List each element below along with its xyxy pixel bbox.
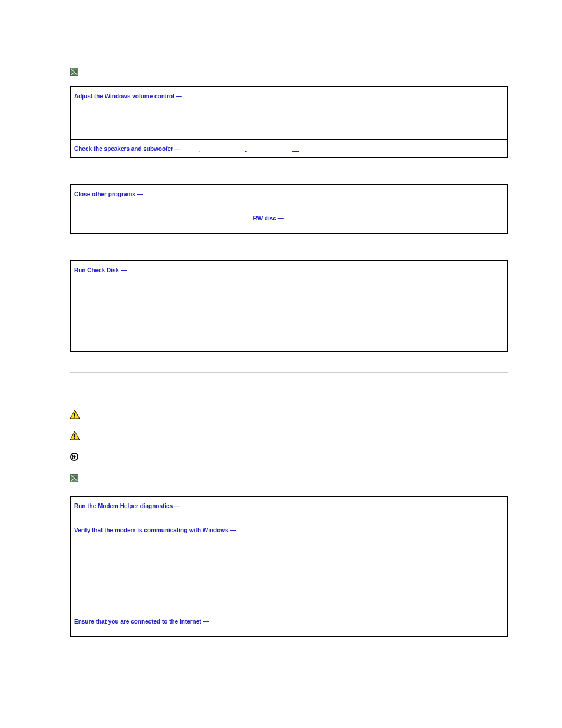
label-close-programs: Close other programs — [74,191,143,197]
row-modem-helper: Run the Modem Helper diagnostics — Click… [70,496,508,521]
info-standby-after: for information on power conservation mo… [204,222,324,228]
list-item: 3. Click Phone and Modem Options. [78,556,504,565]
label-connected-internet: Ensure that you are connected to the Int… [74,618,209,625]
list-item: 7. Click Start. [78,336,504,345]
svg-rect-4 [74,417,75,418]
panel-cddvd: Adjust the Windows volume control — Clic… [70,86,508,158]
list-item: 3. Click Properties. [78,296,504,305]
info-volume-control: Click the speaker icon in the lower-righ… [74,103,504,112]
link-prefix-text: See [182,146,197,152]
panel-cd-dvd-rw: Close other programs — The CD/DVD-RW dri… [70,184,508,234]
label-standby-suffix: RW disc — [253,215,284,222]
note-icon [70,471,84,484]
label-check-speakers: Check the speakers and subwoofer — [74,146,181,152]
label-modem-communicating: Verify that the modem is communicating w… [74,527,236,533]
label-standby-prefix: Turn off Standby mode in Windows before … [74,215,252,222]
svg-rect-6 [74,434,75,437]
list-item: Ensure that the volume is turned up by c… [78,114,504,123]
link-power-management[interactable]: Power Management [144,222,203,228]
heading-email-modem-internet: E-Mail, Modem, and Internet Problems [70,390,508,399]
panel-email-modem: Run the Modem Helper diagnostics — Click… [70,496,508,637]
row-check-speakers: Check the speakers and subwoofer — See S… [70,140,508,158]
row-volume-control: Adjust the Windows volume control — Clic… [70,87,508,140]
notice-modem-cable: NOTICE: Do not route modem or telephone … [70,450,508,463]
list-item: 4. Click the Modems tab. [78,566,504,575]
steps-modem-comm: 1. Click the Start button and click Cont… [78,536,504,595]
row-modem-communicating: Verify that the modem is communicating w… [70,521,508,612]
caution-modem-analog: CAUTION: Connect the modem to an analog … [70,429,508,442]
label-volume-control: Adjust the Windows volume control — [74,93,182,100]
notice-icon [70,450,84,463]
list-item: Ensure that the sound is not muted by cl… [78,124,504,133]
list-volume-items: Ensure that the volume is turned up by c… [78,114,504,133]
svg-rect-3 [74,413,75,416]
footer-modem-comm: If all commands receive responses, the m… [74,598,504,607]
notice-text: NOTICE: Do not route modem or telephone … [84,450,508,458]
list-item: 2. Click Printers and Other Hardware. [78,546,504,555]
list-item: 2. Right-click Local Disk C:. [78,286,504,295]
row-close-programs: Close other programs — The CD/DVD-RW dri… [70,185,508,209]
link-sound-speaker-problems[interactable]: See Sound and Speaker Problems. [199,146,299,152]
row-check-disk: Run Check Disk — 1. Click the Start butt… [70,261,508,351]
list-item: 6. Click Properties, click the Diagnosti… [78,586,504,595]
note-isp-text: NOTE: If you can connect to your Interne… [84,471,508,487]
list-item: 6. Click Scan for and attempt recovery o… [78,326,504,335]
row-connected-internet: Ensure that you are connected to the Int… [70,612,508,637]
steps-check-disk: 1. Click the Start button and click My C… [78,276,504,345]
list-item: 4. Click the Tools tab. [78,306,504,315]
caution-icon [70,429,84,442]
label-modem-helper: Run the Modem Helper diagnostics — [74,503,180,509]
caution-text-2: CAUTION: Connect the modem to an analog … [84,429,508,437]
note-top: NOTE: High-speed CD drive vibration is n… [70,65,508,78]
list-item: 5. Click the COM port for your modem. [78,576,504,585]
note-text: NOTE: High-speed CD drive vibration is n… [84,65,508,73]
row-turn-off-standby: Turn off Standby mode in Windows before … [70,209,508,234]
caution-safety: CAUTION: Before you begin any of the pro… [70,407,508,420]
heading-hard-drive-problems: Hard drive problems [70,247,508,254]
section-divider [70,372,508,373]
note-isp: NOTE: If you can connect to your Interne… [70,471,508,487]
list-item: 1. Click the Start button and click My C… [78,276,504,285]
list-item: 1. Click the Start button and click Cont… [78,536,504,545]
caution-icon [70,407,84,420]
heading-cd-dvd-rw-problems: Problems writing to a CD/DVD-RW drive [70,171,508,178]
info-standby-before: See [285,215,296,222]
label-check-disk: Run Check Disk — [74,267,127,274]
panel-hdd: Run Check Disk — 1. Click the Start butt… [70,260,508,352]
caution-text-1: CAUTION: Before you begin any of the pro… [84,407,508,416]
note-icon [70,65,84,78]
svg-rect-7 [74,438,75,439]
list-item: 5. Under Error-checking, click Check Now… [78,316,504,325]
